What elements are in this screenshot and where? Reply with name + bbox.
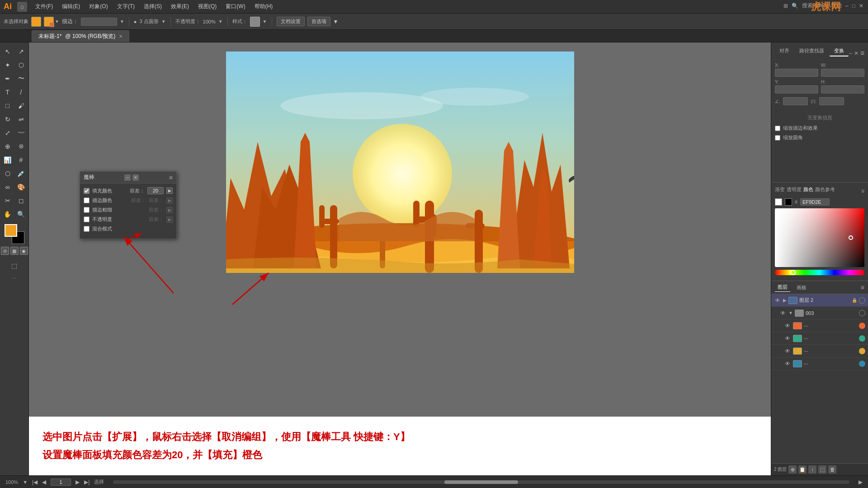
pen-tool[interactable]: ✒ (1, 72, 14, 85)
more-tools-btn[interactable]: ··· (12, 275, 16, 281)
layer-item-003[interactable]: 👁 ▼ 003 (771, 307, 868, 319)
scale-stroke-checkbox[interactable] (775, 126, 780, 131)
add-layer-btn[interactable]: 📋 (798, 465, 807, 474)
layer-blue-eye[interactable]: 👁 (784, 360, 791, 367)
layer-item-yellow[interactable]: 👁 ··· (771, 345, 868, 357)
transform-x-input[interactable] (775, 69, 818, 77)
scale-tool[interactable]: ⤢ (1, 127, 14, 139)
angle-input[interactable] (783, 97, 808, 105)
slice-tool[interactable]: ✂ (1, 194, 14, 207)
color-panel-menu[interactable]: ≡ (861, 188, 864, 194)
stroke-color-checkbox[interactable] (84, 197, 90, 203)
menu-effects[interactable]: 效果(E) (167, 2, 193, 11)
style-dropdown[interactable]: ▼ (263, 19, 267, 24)
type-tool[interactable]: T (1, 86, 14, 99)
zoom-dropdown[interactable]: ▼ (23, 479, 28, 485)
menu-help[interactable]: 帮助(H) (251, 2, 277, 11)
delete-layer-btn[interactable]: 🗑 (828, 465, 836, 474)
scroll-right-btn[interactable]: ▶ (859, 479, 863, 485)
radial-grad-btn[interactable]: ◉ (20, 247, 28, 255)
template-btn[interactable]: ⬚ (818, 465, 826, 474)
page-next[interactable]: ▶ (75, 479, 80, 485)
tab-gradient[interactable]: 渐变 (775, 186, 785, 193)
art-board-btn[interactable]: ⬚ (8, 259, 21, 272)
eraser-tool[interactable]: ◻ (15, 194, 28, 207)
mesh-tool[interactable]: # (15, 154, 28, 166)
page-prev-start[interactable]: |◀ (32, 479, 38, 485)
panel-minimize-btn[interactable]: – (124, 174, 131, 181)
shear-input[interactable] (819, 97, 844, 105)
fill-color-swatch[interactable] (31, 17, 41, 27)
panel-close-btn[interactable]: ✕ (132, 174, 139, 181)
tab-align[interactable]: 对齐 (775, 46, 794, 56)
layer-003-expand[interactable]: ▼ (788, 310, 793, 315)
menu-text[interactable]: 文字(T) (113, 2, 138, 11)
right-panel-menu[interactable]: ≡ (860, 49, 864, 57)
layout-icon[interactable]: ⊞ (783, 3, 788, 9)
home-button[interactable]: ⌂ (17, 2, 27, 12)
fill-tolerance-input[interactable]: 20 (147, 187, 164, 194)
symbol-tool[interactable]: ❊ (15, 140, 28, 153)
close-icon[interactable]: ✕ (859, 3, 863, 9)
menu-select[interactable]: 选择(S) (140, 2, 165, 11)
opacity-checkbox[interactable] (84, 216, 90, 222)
brush-tool[interactable]: 🖌 (15, 99, 28, 112)
layers-menu-btn[interactable]: ≡ (861, 284, 864, 291)
right-panel-close[interactable]: ✕ (854, 50, 859, 56)
color-picker-gradient[interactable] (775, 208, 864, 267)
curvature-tool[interactable]: 〜 (15, 72, 28, 85)
page-prev[interactable]: ◀ (42, 479, 46, 485)
layer-expand-icon[interactable]: ▶ (783, 298, 787, 303)
opacity-dropdown[interactable]: ▼ (218, 19, 223, 24)
hand-tool[interactable]: ✋ (1, 208, 14, 221)
stroke-input[interactable] (81, 18, 117, 26)
transform-w-input[interactable] (821, 69, 864, 77)
make-sublayer-btn[interactable]: ⊕ (788, 465, 797, 474)
layer-003-eye[interactable]: 👁 (779, 310, 787, 317)
right-panel-minimize[interactable]: – (849, 50, 852, 56)
hue-bar[interactable] (775, 270, 864, 275)
menu-window[interactable]: 窗口(W) (222, 2, 249, 11)
active-tab[interactable]: 未标题-1* @ 100% (RGB/预览) ✕ (32, 30, 129, 42)
stroke-width-up-btn[interactable]: ▶ (166, 207, 173, 213)
transform-y-input[interactable] (775, 85, 818, 94)
layer-eye-icon[interactable]: 👁 (774, 297, 781, 304)
perspective-tool[interactable]: ⬡ (1, 167, 14, 180)
minimize-icon[interactable]: – (845, 3, 849, 9)
tab-artboards[interactable]: 画板 (794, 283, 809, 292)
fill-color-checkbox[interactable] (84, 188, 90, 194)
select-tool[interactable]: ↖ (1, 45, 14, 58)
layer-green-eye[interactable]: 👁 (784, 335, 791, 342)
fill-dropdown[interactable]: ▼ (55, 19, 59, 24)
layer-lock-icon[interactable]: 🔒 (852, 298, 857, 303)
layer-orange-eye[interactable]: 👁 (784, 322, 791, 329)
rotate-tool[interactable]: ↻ (1, 113, 14, 126)
stroke-tolerance-up-btn[interactable]: ▶ (166, 197, 173, 204)
point-dropdown[interactable]: ▼ (161, 19, 166, 24)
fill-tolerance-up-btn[interactable]: ▶ (166, 188, 173, 194)
tab-transform[interactable]: 变换 (830, 46, 849, 56)
black-swatch[interactable] (785, 198, 792, 206)
shape-builder-tool[interactable]: ⊕ (1, 140, 14, 153)
move-to-new-btn[interactable]: ↑ (808, 465, 816, 474)
blend-mode-checkbox[interactable] (84, 226, 90, 232)
hex-input[interactable]: EF9D2E (800, 198, 830, 206)
linear-grad-btn[interactable]: ▦ (10, 247, 19, 255)
tab-close-btn[interactable]: ✕ (119, 34, 123, 39)
rect-tool[interactable]: □ (1, 99, 14, 112)
page-input[interactable]: 1 (51, 479, 71, 486)
menu-object[interactable]: 对象(O) (85, 2, 111, 11)
magic-wand-tool[interactable]: ✦ (1, 59, 14, 71)
scale-corners-checkbox[interactable] (775, 135, 780, 141)
menu-view[interactable]: 视图(Q) (194, 2, 220, 11)
foreground-color-box[interactable] (5, 224, 17, 237)
menu-file[interactable]: 文件(F) (32, 2, 57, 11)
direct-select-tool[interactable]: ↗ (15, 45, 28, 58)
document-setup-btn[interactable]: 文档设置 (277, 17, 305, 26)
layer-yellow-eye[interactable]: 👁 (784, 347, 791, 355)
eyedropper-tool[interactable]: 💉 (15, 167, 28, 180)
warp-tool[interactable]: 〰 (15, 127, 28, 139)
preferences-btn[interactable]: 首选项 (307, 17, 330, 26)
column-graph-tool[interactable]: 📊 (1, 154, 14, 166)
mode-dropdown[interactable]: ▼ (120, 19, 124, 24)
